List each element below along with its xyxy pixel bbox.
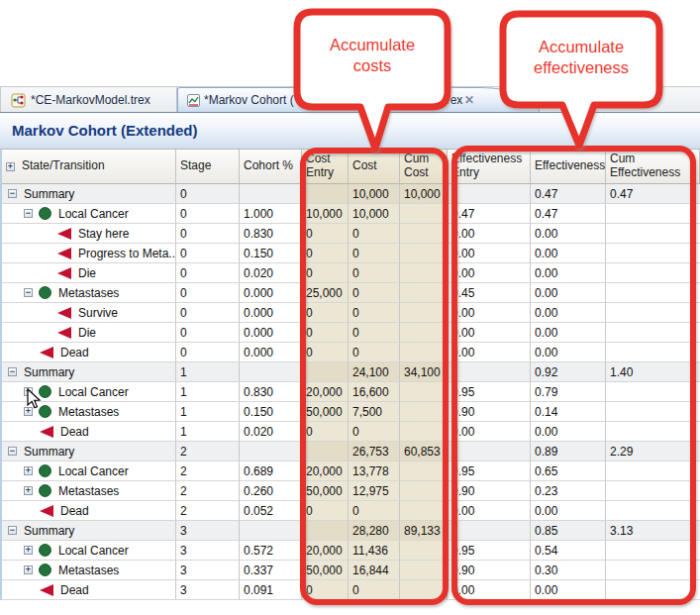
effectiveness-cell[interactable]: 0.47 [531, 204, 606, 224]
cohort-cell[interactable]: 1.000 [240, 204, 302, 224]
effectiveness-cell[interactable]: 0.89 [531, 442, 606, 461]
stage-cell[interactable]: 0 [176, 343, 240, 362]
cost-entry-cell[interactable]: 0 [302, 224, 349, 244]
state-transition-cell[interactable]: Metastases [2, 402, 176, 422]
cohort-cell[interactable]: 0.830 [240, 224, 302, 244]
state-transition-cell[interactable]: Summary [2, 362, 176, 382]
table-row[interactable]: Stay here 0 0.830 0 0 0.00 0.00 [2, 224, 700, 244]
cum-cost-cell[interactable] [400, 481, 448, 501]
stage-cell[interactable]: 0 [176, 283, 240, 303]
cum-effectiveness-cell[interactable] [606, 224, 700, 244]
cohort-cell[interactable]: 0.000 [240, 283, 302, 303]
table-row[interactable]: Die 0 0.020 0 0 0.00 0.00 [2, 263, 700, 283]
tab-markov-cohort[interactable]: *Markov Cohort ( .trex ✕ [177, 87, 540, 113]
cost-cell[interactable]: 0 [349, 343, 400, 362]
stage-cell[interactable]: 0 [176, 184, 240, 204]
cost-entry-cell[interactable]: 0 [302, 422, 349, 442]
effectiveness-cell[interactable]: 0.79 [531, 382, 606, 402]
effectiveness-entry-cell[interactable]: 0.00 [448, 263, 531, 283]
cum-cost-cell[interactable]: 34,100 [400, 362, 448, 382]
table-row[interactable]: Survive 0 0.000 0 0 0.00 0.00 [2, 303, 700, 323]
cum-effectiveness-cell[interactable] [606, 263, 700, 283]
table-row[interactable]: Dead 0 0.000 0 0 0.00 0.00 [2, 343, 700, 362]
cum-cost-cell[interactable] [400, 541, 448, 561]
cost-cell[interactable]: 24,100 [349, 362, 400, 382]
cum-effectiveness-cell[interactable] [606, 402, 700, 422]
effectiveness-entry-cell[interactable]: 0.47 [448, 204, 531, 224]
cum-effectiveness-cell[interactable]: 0.47 [606, 184, 700, 204]
state-transition-cell[interactable]: Local Cancer [2, 204, 176, 224]
expander-minus-icon[interactable] [24, 288, 33, 297]
header-cum-effectiveness[interactable]: Cum Effectiveness [606, 150, 700, 184]
state-transition-cell[interactable]: Die [2, 263, 176, 283]
cum-effectiveness-cell[interactable] [606, 204, 700, 224]
expander-minus-icon[interactable] [24, 209, 33, 218]
cum-cost-cell[interactable] [400, 303, 448, 323]
expand-all-icon[interactable] [6, 162, 15, 171]
stage-cell[interactable]: 3 [176, 580, 240, 600]
table-row[interactable]: Summary 1 24,100 34,100 0.92 1.40 [2, 362, 700, 382]
effectiveness-entry-cell[interactable]: 0.90 [448, 561, 531, 580]
cohort-cell[interactable]: 0.091 [240, 580, 302, 600]
cost-entry-cell[interactable]: 20,000 [302, 461, 349, 481]
cum-cost-cell[interactable] [400, 224, 448, 244]
cohort-cell[interactable] [240, 184, 302, 204]
cum-cost-cell[interactable] [400, 382, 448, 402]
cost-cell[interactable]: 26,753 [349, 442, 400, 461]
expander-minus-icon[interactable] [8, 526, 17, 535]
cost-cell[interactable]: 0 [349, 303, 400, 323]
state-transition-cell[interactable]: Dead [2, 422, 176, 442]
effectiveness-cell[interactable]: 0.47 [531, 184, 606, 204]
effectiveness-entry-cell[interactable]: 0.90 [448, 402, 531, 422]
header-effectiveness-entry[interactable]: Effectiveness Entry [448, 150, 531, 184]
stage-cell[interactable]: 1 [176, 382, 240, 402]
cum-effectiveness-cell[interactable] [606, 283, 700, 303]
cost-cell[interactable]: 16,844 [349, 561, 400, 580]
expander-plus-icon[interactable] [24, 565, 33, 574]
cum-cost-cell[interactable] [400, 580, 448, 600]
cum-effectiveness-cell[interactable]: 2.29 [606, 442, 700, 461]
expander-plus-icon[interactable] [24, 546, 33, 555]
cost-entry-cell[interactable]: 25,000 [302, 283, 349, 303]
effectiveness-entry-cell[interactable]: 0.00 [448, 244, 531, 263]
cum-cost-cell[interactable] [400, 343, 448, 362]
table-row[interactable]: Summary 3 28,280 89,133 0.85 3.13 [2, 521, 700, 541]
cost-cell[interactable]: 11,436 [349, 541, 400, 561]
cost-cell[interactable]: 0 [349, 263, 400, 283]
cost-entry-cell[interactable] [302, 442, 349, 461]
effectiveness-cell[interactable]: 0.54 [531, 541, 606, 561]
stage-cell[interactable]: 0 [176, 204, 240, 224]
stage-cell[interactable]: 2 [176, 481, 240, 501]
effectiveness-entry-cell[interactable] [448, 521, 531, 541]
cost-cell[interactable]: 12,975 [349, 481, 400, 501]
cost-entry-cell[interactable]: 10,000 [302, 204, 349, 224]
cum-effectiveness-cell[interactable]: 1.40 [606, 362, 700, 382]
stage-cell[interactable]: 3 [176, 561, 240, 580]
cum-effectiveness-cell[interactable] [606, 580, 700, 600]
header-cost[interactable]: Cost [349, 150, 400, 184]
cum-cost-cell[interactable]: 89,133 [400, 521, 448, 541]
table-row[interactable]: Metastases 0 0.000 25,000 0 0.45 0.00 [2, 283, 700, 303]
cum-cost-cell[interactable] [400, 283, 448, 303]
stage-cell[interactable]: 2 [176, 461, 240, 481]
effectiveness-entry-cell[interactable]: 0.00 [448, 323, 531, 343]
stage-cell[interactable]: 1 [176, 402, 240, 422]
tab-close-icon[interactable]: ✕ [461, 92, 477, 108]
effectiveness-cell[interactable]: 0.30 [531, 561, 606, 580]
stage-cell[interactable]: 0 [176, 224, 240, 244]
table-row[interactable]: Dead 2 0.052 0 0 0.00 0.00 [2, 501, 700, 521]
table-row[interactable]: Local Cancer 1 0.830 20,000 16,600 0.95 … [2, 382, 700, 402]
state-transition-cell[interactable]: Stay here [2, 224, 176, 244]
expander-minus-icon[interactable] [8, 189, 17, 198]
cohort-cell[interactable]: 0.689 [240, 461, 302, 481]
cum-effectiveness-cell[interactable] [606, 481, 700, 501]
state-transition-cell[interactable]: Summary [2, 521, 176, 541]
cohort-cell[interactable]: 0.052 [240, 501, 302, 521]
cum-cost-cell[interactable] [400, 402, 448, 422]
effectiveness-cell[interactable]: 0.92 [531, 362, 606, 382]
header-cohort[interactable]: Cohort % [240, 150, 302, 184]
effectiveness-cell[interactable]: 0.65 [531, 461, 606, 481]
table-row[interactable]: Metastases 1 0.150 50,000 7,500 0.90 0.1… [2, 402, 700, 422]
stage-cell[interactable]: 3 [176, 521, 240, 541]
cohort-cell[interactable]: 0.260 [240, 481, 302, 501]
